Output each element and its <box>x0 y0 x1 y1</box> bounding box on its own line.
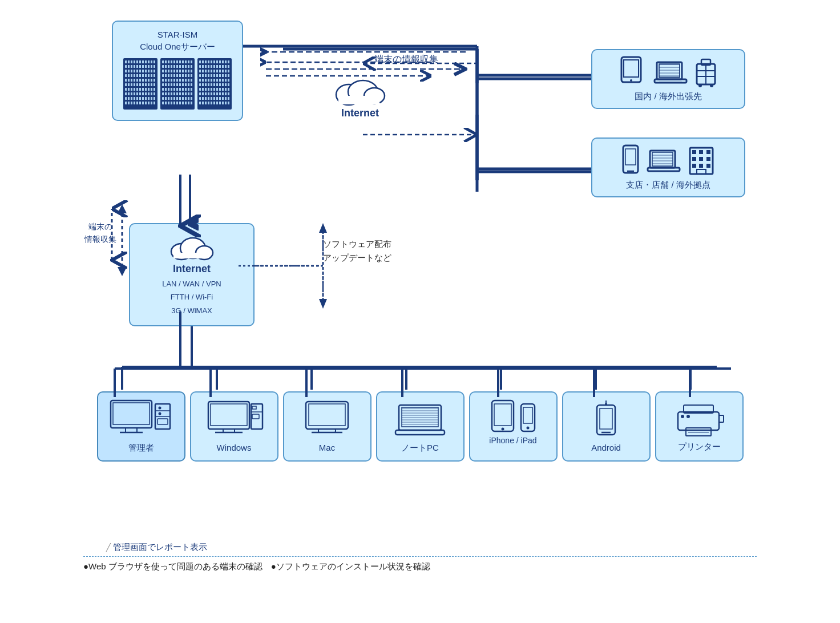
svg-rect-43 <box>625 149 636 165</box>
printer-icon <box>673 399 725 438</box>
device-box-windows: Windows <box>190 391 278 462</box>
svg-point-101 <box>527 427 530 430</box>
svg-point-110 <box>681 415 684 418</box>
android-icon <box>596 399 616 438</box>
internet-box: Internet LAN / WAN / VPN FTTH / Wi-Fi 3G… <box>129 223 255 326</box>
svg-rect-48 <box>692 150 696 154</box>
svg-rect-72 <box>113 403 150 424</box>
android-label: Android <box>568 443 645 452</box>
svg-rect-30 <box>659 64 680 78</box>
notebook-label: ノートPC <box>382 443 459 454</box>
svg-marker-58 <box>118 204 127 213</box>
svg-marker-68 <box>319 299 327 309</box>
internet-box-subtitle: LAN / WAN / VPN FTTH / Wi-Fi 3G / WiMAX <box>140 277 243 317</box>
left-arrow-area <box>116 203 128 280</box>
svg-rect-71 <box>111 400 152 428</box>
svg-point-98 <box>502 428 504 431</box>
svg-rect-88 <box>252 414 259 419</box>
svg-marker-67 <box>319 223 327 233</box>
svg-rect-64 <box>173 253 207 258</box>
device-box-manager: 管理者 <box>97 391 185 462</box>
branch-box: 支店・店舗 / 海外拠点 <box>591 137 745 197</box>
svg-point-39 <box>698 84 702 87</box>
iphone-icon <box>520 403 536 432</box>
device-box-mac: Mac <box>283 391 371 462</box>
svg-point-40 <box>710 84 713 87</box>
svg-rect-82 <box>211 404 247 426</box>
main-diagram: STAR-ISM Cloud Oneサーバー <box>78 15 762 608</box>
smartphone-icon-branch <box>621 144 640 176</box>
domestic-label: 国内 / 海外出張先 <box>600 91 736 102</box>
svg-rect-81 <box>208 402 249 429</box>
double-arrow-icon <box>116 203 128 277</box>
tablet-icon <box>619 56 647 88</box>
report-note-text: 管理画面でレポート表示 <box>113 542 207 552</box>
device-box-iphone-ipad: iPhone / iPad <box>469 391 558 462</box>
windows-label: Windows <box>196 443 273 452</box>
manager-label: 管理者 <box>103 443 180 454</box>
suitcase-icon <box>694 56 717 88</box>
device-box-notebook: ノートPC <box>376 391 465 462</box>
devices-row: 管理者 Windows <box>78 391 762 462</box>
svg-rect-96 <box>492 400 514 431</box>
svg-rect-85 <box>251 404 262 429</box>
manager-icon <box>110 399 172 438</box>
ipad-icon <box>490 399 515 432</box>
svg-point-111 <box>686 415 690 418</box>
svg-rect-52 <box>699 157 703 161</box>
svg-rect-103 <box>600 408 612 429</box>
server-box-title: STAR-ISM Cloud Oneサーバー <box>122 29 233 52</box>
notebook-icon <box>394 399 446 438</box>
svg-rect-33 <box>659 64 680 77</box>
device-box-printer: プリンター <box>655 391 744 462</box>
printer-label: プリンター <box>661 442 738 452</box>
svg-rect-44 <box>650 151 675 168</box>
svg-point-79 <box>159 412 161 415</box>
svg-rect-90 <box>309 404 345 426</box>
svg-rect-89 <box>306 402 348 429</box>
laptop-icon-domestic <box>653 59 688 88</box>
branch-label: 支店・店舗 / 海外拠点 <box>600 180 736 191</box>
svg-rect-49 <box>699 150 703 154</box>
svg-rect-24 <box>338 96 379 104</box>
device-box-android: Android <box>562 391 651 462</box>
svg-rect-80 <box>158 419 168 424</box>
svg-rect-95 <box>395 430 445 435</box>
dash-arrows-top <box>260 43 483 78</box>
cloud-icon-mid <box>169 232 215 261</box>
svg-rect-46 <box>648 168 680 171</box>
domestic-box: 国内 / 海外出張先 <box>591 49 745 109</box>
bullet-notes: ●Web ブラウザを使って問題のある端末の確認 ●ソフトウェアのインストール状況… <box>83 561 757 572</box>
windows-icon <box>203 399 265 438</box>
mac-icon <box>301 399 353 438</box>
footer-section: ╱ 管理画面でレポート表示 ●Web ブラウザを使って問題のある端末の確認 ●ソ… <box>78 542 762 572</box>
svg-rect-53 <box>706 157 710 161</box>
svg-rect-94 <box>402 407 438 427</box>
software-arrow-lines <box>255 220 369 312</box>
svg-point-106 <box>605 403 607 405</box>
svg-point-78 <box>159 407 161 410</box>
internet-box-title: Internet <box>140 263 243 275</box>
svg-marker-60 <box>118 267 127 276</box>
svg-rect-56 <box>706 164 710 168</box>
server-box: STAR-ISM Cloud Oneサーバー <box>112 21 243 121</box>
svg-rect-51 <box>692 157 696 161</box>
building-icon <box>688 144 715 176</box>
svg-point-28 <box>630 79 632 82</box>
svg-rect-109 <box>686 428 711 436</box>
svg-rect-27 <box>624 60 639 77</box>
svg-rect-50 <box>706 150 710 154</box>
svg-rect-100 <box>523 407 532 423</box>
svg-rect-97 <box>494 404 511 426</box>
svg-rect-55 <box>699 164 703 168</box>
server-to-internet-arrow <box>181 173 199 230</box>
svg-rect-54 <box>692 164 696 168</box>
mac-label: Mac <box>289 443 366 452</box>
report-note: ╱ 管理画面でレポート表示 <box>83 542 757 557</box>
svg-rect-86 <box>252 406 256 409</box>
internet-top-label: Internet <box>323 107 397 119</box>
iphone-ipad-label: iPhone / iPad <box>475 436 552 445</box>
svg-rect-26 <box>621 57 641 82</box>
laptop-icon-branch <box>647 148 681 176</box>
